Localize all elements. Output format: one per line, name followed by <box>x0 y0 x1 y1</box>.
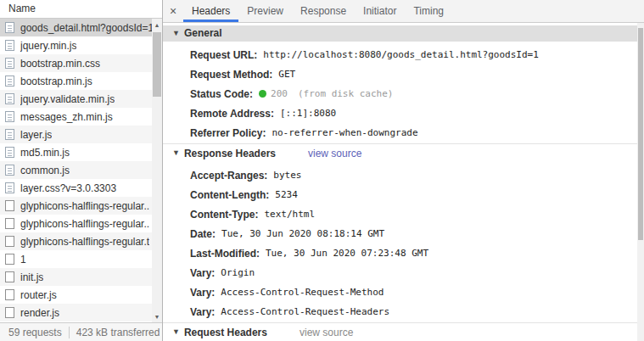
header-key: Vary: <box>190 287 215 299</box>
file-icon <box>5 236 14 247</box>
response-header-rows: Accept-Ranges:bytes Content-Length:5234 … <box>163 165 644 321</box>
section-response-headers[interactable]: ▼Response Headersview source <box>163 143 644 162</box>
file-icon <box>5 200 14 211</box>
document-icon <box>5 93 14 104</box>
scroll-up-icon[interactable]: ▲ <box>152 19 162 31</box>
transferred-size: 423 kB transferred <box>76 327 160 338</box>
scroll-down-icon[interactable]: ▼ <box>152 310 162 322</box>
request-row[interactable]: 1 <box>0 250 152 268</box>
request-row[interactable]: layer.js <box>0 126 152 143</box>
header-key: Content-Length: <box>190 189 269 201</box>
header-key: Request URL: <box>190 49 257 61</box>
header-row: Vary:Origin <box>163 263 644 282</box>
request-row[interactable]: bootstrap.min.js <box>0 72 152 90</box>
cache-note: (from disk cache) <box>298 88 394 99</box>
header-row: Date:Tue, 30 Jun 2020 08:18:14 GMT <box>163 224 644 243</box>
request-name: glyphicons-halflings-regular.t <box>20 236 149 248</box>
header-row: Content-Length:5234 <box>163 185 644 204</box>
header-row: Accept-Ranges:bytes <box>163 165 644 185</box>
section-title: General <box>184 27 222 39</box>
request-row[interactable]: goods_detail.html?goodsId=1 <box>0 19 152 36</box>
request-name: glyphicons-halflings-regular.. <box>20 200 149 212</box>
list-scrollbar[interactable]: ▲ ▼ <box>152 19 162 322</box>
detail-scrollbar[interactable] <box>637 23 644 341</box>
status-ok-icon <box>259 90 266 98</box>
request-row[interactable]: md5.min.js <box>0 143 152 161</box>
document-icon <box>5 22 14 33</box>
request-name: jquery.min.js <box>20 40 76 52</box>
header-value: Access-Control-Request-Headers <box>221 306 389 317</box>
document-icon <box>5 40 14 51</box>
section-title: Response Headers <box>184 148 276 159</box>
header-key: Vary: <box>190 306 215 318</box>
request-row[interactable]: common.js <box>0 161 152 179</box>
request-detail-panel: × Headers Preview Response Initiator Tim… <box>163 0 644 341</box>
view-source-link[interactable]: view source <box>308 148 361 159</box>
header-value: no-referrer-when-downgrade <box>272 127 417 138</box>
name-column-header[interactable]: Name <box>0 0 162 19</box>
footer-divider <box>69 327 70 338</box>
header-value: Origin <box>221 267 255 278</box>
request-name: common.js <box>20 165 70 176</box>
request-name: render.js <box>20 307 59 319</box>
chevron-down-icon: ▼ <box>172 25 180 42</box>
file-icon <box>5 254 14 265</box>
request-row[interactable]: router.js <box>0 286 152 304</box>
header-value: GET <box>278 69 295 80</box>
header-value: 5234 <box>275 189 298 200</box>
scrollbar-thumb[interactable] <box>638 28 643 240</box>
request-name: md5.min.js <box>20 147 70 159</box>
request-row[interactable]: glyphicons-halflings-regular.. <box>0 215 152 232</box>
tab-timing[interactable]: Timing <box>405 0 452 22</box>
view-source-link[interactable]: view source <box>300 327 353 338</box>
document-icon <box>5 75 14 87</box>
scrollbar-thumb[interactable] <box>153 32 161 97</box>
header-key: Referrer Policy: <box>190 127 266 139</box>
tab-preview[interactable]: Preview <box>238 0 292 22</box>
request-name: 1 <box>20 254 26 266</box>
request-row[interactable]: bootstrap.min.css <box>0 54 152 72</box>
request-row[interactable]: jquery.validate.min.js <box>0 90 152 108</box>
tab-initiator[interactable]: Initiator <box>355 0 405 22</box>
header-key: Request Method: <box>190 69 272 81</box>
request-count: 59 requests <box>8 327 62 338</box>
request-name: jquery.validate.min.js <box>20 93 115 105</box>
request-row[interactable]: render.js <box>0 304 152 321</box>
document-icon <box>5 182 14 193</box>
general-rows: Request URL:http://localhost:8080/goods_… <box>163 45 644 143</box>
section-request-headers[interactable]: ▼Request Headersview source <box>163 322 644 341</box>
header-key: Date: <box>190 228 216 240</box>
request-name: init.js <box>20 271 43 283</box>
request-row[interactable]: glyphicons-halflings-regular.t <box>0 232 152 250</box>
header-value: Access-Control-Request-Method <box>221 287 384 298</box>
header-value: http://localhost:8080/goods_detail.html?… <box>263 49 539 60</box>
request-list: goods_detail.html?goodsId=1 jquery.min.j… <box>0 19 162 322</box>
file-icon <box>5 271 14 282</box>
request-row[interactable]: layer.css?v=3.0.3303 <box>0 179 152 197</box>
request-name: glyphicons-halflings-regular.. <box>20 218 149 230</box>
devtools-network-panel: Name goods_detail.html?goodsId=1 jquery.… <box>0 0 644 341</box>
header-row: Content-Type:text/html <box>163 204 644 224</box>
file-icon <box>5 289 14 300</box>
header-row-status: Status Code:200(from disk cache) <box>163 84 644 103</box>
request-row[interactable]: init.js <box>0 268 152 286</box>
file-icon <box>5 307 14 318</box>
request-row[interactable]: messages_zh.min.js <box>0 108 152 126</box>
request-list-panel: Name goods_detail.html?goodsId=1 jquery.… <box>0 0 163 341</box>
header-row: Referrer Policy:no-referrer-when-downgra… <box>163 123 644 143</box>
request-row[interactable]: glyphicons-halflings-regular.. <box>0 197 152 215</box>
request-row[interactable]: jquery.min.js <box>0 36 152 54</box>
headers-content: ▼General Request URL:http://localhost:80… <box>163 23 644 341</box>
chevron-down-icon: ▼ <box>172 148 180 157</box>
document-icon <box>5 147 14 158</box>
header-key: Accept-Ranges: <box>190 170 267 182</box>
tab-headers[interactable]: Headers <box>183 0 238 22</box>
header-value: Tue, 30 Jun 2020 07:23:48 GMT <box>266 248 428 259</box>
header-row: Request URL:http://localhost:8080/goods_… <box>163 45 644 64</box>
section-general[interactable]: ▼General <box>163 25 644 42</box>
request-name: layer.css?v=3.0.3303 <box>20 182 116 194</box>
close-icon[interactable]: × <box>163 0 183 22</box>
tab-response[interactable]: Response <box>292 0 355 22</box>
request-name: layer.js <box>20 129 52 141</box>
header-key: Last-Modified: <box>190 248 260 260</box>
